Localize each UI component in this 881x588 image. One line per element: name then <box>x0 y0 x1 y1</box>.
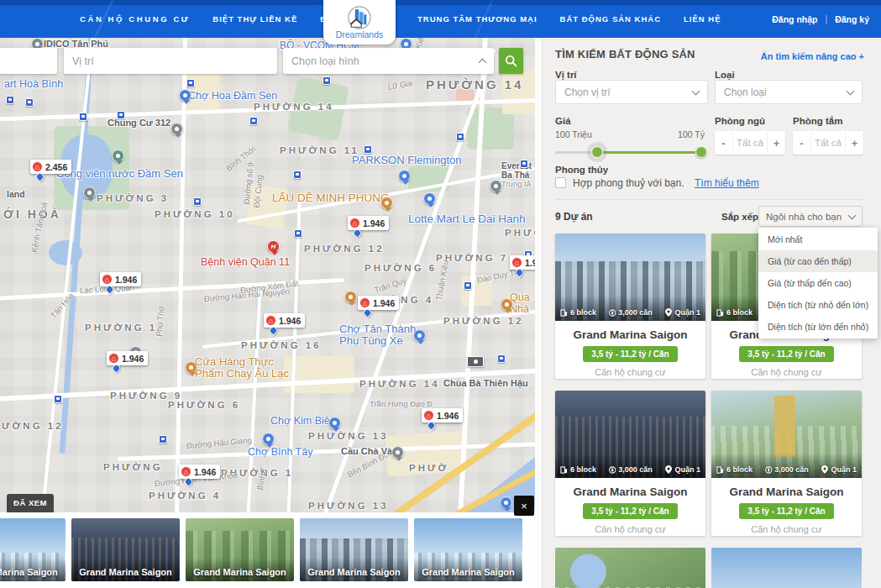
transit-stop-icon <box>464 281 472 290</box>
map-road-label: Đường Hậu Giang <box>186 435 253 450</box>
viewed-thumbnail[interactable]: Grand Marina Saigon <box>414 518 522 581</box>
viewed-thumbnail[interactable]: Grand Marina Saigon <box>300 518 408 581</box>
house-icon <box>181 466 191 477</box>
road <box>40 38 95 512</box>
transit-stop-icon <box>294 229 302 238</box>
property-card-image[interactable] <box>711 548 862 588</box>
map-area-label: PHƯỜNG 12 <box>304 244 385 254</box>
poi-pin-icon <box>185 361 197 374</box>
bedrooms-stepper: - Tất cả + <box>715 131 785 155</box>
property-card-image[interactable] <box>555 548 705 588</box>
property-card-body: Grand Marina Saigon 3,5 tỷ - 11,2 tỷ / C… <box>555 321 705 379</box>
sort-option[interactable]: Giá (từ cao đến thấp) <box>758 250 878 272</box>
type-select[interactable]: Chọn loại <box>715 80 863 104</box>
price-button[interactable]: 3,5 tỷ - 11,2 tỷ / Căn <box>583 346 677 362</box>
map-area-label: ƯỜNG 12 <box>2 421 64 431</box>
login-link[interactable]: Đăng nhập <box>772 14 817 24</box>
marker-price: 2.456 <box>45 162 67 172</box>
divider <box>555 199 864 200</box>
sort-dropdown-menu: Mới nhấtGiá (từ cao đến thấp)Giá (từ thấ… <box>758 228 878 339</box>
nav-menu-item[interactable]: LIÊN HỆ <box>684 14 721 24</box>
property-cards-partial-row <box>555 548 862 588</box>
nav-menu-item[interactable]: CĂN HỘ CHUNG CƯ <box>80 14 190 24</box>
price-button[interactable]: 3,5 tỷ - 11,2 tỷ / Căn <box>583 503 677 519</box>
nav-menu-item[interactable]: BẤT ĐỘNG SẢN KHÁC <box>560 14 661 24</box>
transit-stop-icon <box>249 117 258 125</box>
bedrooms-plus-button[interactable]: + <box>768 137 785 150</box>
register-link[interactable]: Đăng ký <box>835 14 869 24</box>
results-count: 9 Dự án <box>555 211 593 223</box>
house-icon <box>265 315 276 326</box>
map-price-marker[interactable]: 1.946 <box>100 272 141 286</box>
map-search-button[interactable] <box>499 48 523 74</box>
map-price-marker[interactable]: 1.946 <box>510 255 535 270</box>
map-poi-label: Chợ Kim Biên <box>270 416 336 428</box>
map-road-label: Trần Quý <box>373 276 407 295</box>
map-area-label: PHƯỜNG 4 <box>149 491 221 501</box>
map-canvas[interactable]: PHƯỜNG 14PHƯỜNG 14PHƯỜNG 11PHƯỜNG 3PHƯỜN… <box>0 38 535 512</box>
fengshui-learn-more-link[interactable]: Tìm hiểu thêm <box>695 177 759 189</box>
map-area-label: PHƯỜNG 12 <box>443 316 524 326</box>
price-button[interactable]: 3,5 tỷ - 11,2 tỷ / Căn <box>739 503 833 519</box>
property-card[interactable]: 6 block 3,000 căn Quận 1 Grand Marina Sa… <box>711 391 862 536</box>
map-poi-label: Chợ Tân Thành Phụ Tùng Xe <box>339 323 416 348</box>
panel-scrollbar[interactable] <box>535 38 543 588</box>
sort-option[interactable]: Diện tích (từ lớn đến nhỏ) <box>758 316 878 338</box>
sort-option[interactable]: Mới nhất <box>758 228 878 250</box>
house-icon <box>511 257 522 268</box>
property-card[interactable]: 6 block 3,000 căn Quận 1 Grand Marina Sa… <box>555 234 705 379</box>
price-slider[interactable] <box>555 145 705 159</box>
property-title: Grand Marina Saigon <box>711 486 862 498</box>
map-filter-input-partial[interactable] <box>0 48 57 74</box>
nav-menu-item[interactable]: BIỆT THỰ LIỀN KỀ <box>212 14 297 24</box>
price-button[interactable]: 3,5 tỷ - 11,2 tỷ / Căn <box>739 346 833 362</box>
house-icon <box>108 353 119 364</box>
price-label: Giá <box>555 116 571 126</box>
map-poi-label: Cửa Hàng Thực Phẩm Chay Âu Lạc <box>195 356 289 381</box>
map-poi-label: Trung tâ <box>501 180 531 188</box>
bedrooms-minus-button[interactable]: - <box>715 137 732 150</box>
map-road-label: Trần Hưng Đạo B <box>370 399 433 408</box>
location-pin-icon <box>665 308 672 317</box>
brand-logo[interactable]: Dreamlands <box>323 0 396 45</box>
map-type-select[interactable]: Chọn loại hình <box>283 48 494 74</box>
sort-option[interactable]: Diện tích (từ nhỏ đến lớn) <box>758 294 878 316</box>
transit-stop-icon <box>186 79 195 87</box>
marker-pin-icon <box>426 420 437 431</box>
map-poi-label: Bệnh viện Quận 11 <box>201 257 290 269</box>
bathrooms-label: Phòng tắm <box>793 116 842 126</box>
map-price-marker[interactable]: 1.946 <box>348 216 389 230</box>
dreamlands-building-icon <box>347 5 372 30</box>
map-price-marker[interactable]: 1.946 <box>264 313 305 328</box>
marker-pin-icon <box>183 476 194 487</box>
location-label: Vị trí <box>555 70 577 80</box>
advanced-search-toggle[interactable]: Ẩn tìm kiếm nâng cao + <box>761 51 864 61</box>
thumbnail-title: Grand Marina Saigon <box>414 567 522 577</box>
map-price-marker[interactable]: 1.946 <box>358 296 399 310</box>
map-area-label: ỚI HOÀ <box>3 207 61 221</box>
viewed-thumbnail[interactable]: Grand Marina Saigon <box>71 518 180 581</box>
map-price-marker[interactable]: 2.456 <box>30 160 71 174</box>
property-card[interactable]: 6 block 3,000 căn Quận 1 Grand Marina Sa… <box>555 391 705 536</box>
viewed-tab[interactable]: ĐÃ XEM <box>7 494 54 512</box>
sort-option[interactable]: Giá (từ thấp đến cao) <box>758 272 878 294</box>
sort-select[interactable]: Ngôi nhà cho bạn <box>758 206 863 227</box>
strip-close-button[interactable]: × <box>514 496 534 516</box>
slider-handle-max[interactable] <box>695 146 707 158</box>
bathrooms-minus-button[interactable]: - <box>793 137 810 150</box>
search-icon <box>505 55 517 67</box>
map-area-label: PHƯỜNG 1 <box>85 323 157 333</box>
nav-menu-item[interactable]: TRUNG TÂM THƯƠNG MẠI <box>417 14 538 24</box>
fengshui-checkbox[interactable] <box>555 177 566 188</box>
badge-blocks: 6 block <box>560 308 596 317</box>
location-select[interactable]: Chọn vị trí <box>555 80 708 104</box>
map-price-marker[interactable]: 1.946 <box>179 465 220 479</box>
bathrooms-plus-button[interactable]: + <box>846 137 863 150</box>
map-location-input[interactable]: Vị trí <box>64 48 277 74</box>
viewed-thumbnail[interactable]: Grand Marina Saigon <box>186 518 294 581</box>
fengshui-label: Phong thủy <box>555 165 608 175</box>
viewed-thumbnail[interactable]: Grand Marina Saigon <box>0 518 66 581</box>
slider-handle-min[interactable] <box>591 146 603 158</box>
map-price-marker[interactable]: 1.946 <box>422 408 463 423</box>
map-price-marker[interactable]: 1.946 <box>107 351 148 365</box>
